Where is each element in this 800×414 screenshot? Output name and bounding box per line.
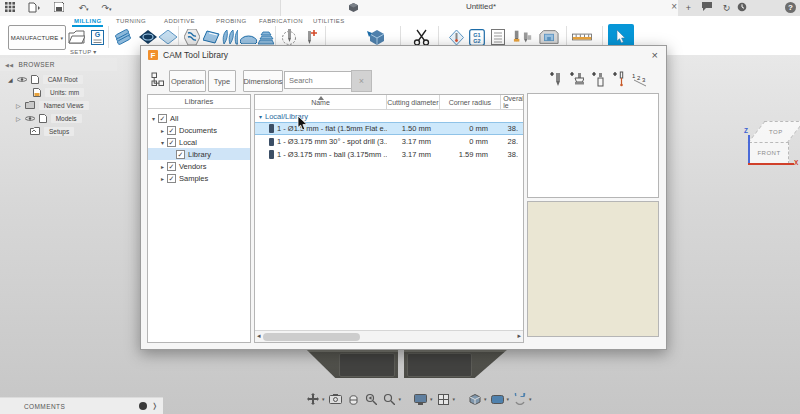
machine-library-icon[interactable] [539,27,559,47]
comment-bubble-icon[interactable] [702,2,715,14]
cut-scissors-icon[interactable] [412,27,432,47]
dome-morph-icon[interactable] [238,27,258,47]
library-node-local[interactable]: ▾ ✓ Local [148,136,250,148]
tab-milling[interactable]: MILLING [72,17,103,27]
checkbox-checked[interactable]: ✓ [167,138,176,147]
add-mill-tool-icon[interactable] [546,69,564,89]
adaptive-clearing-icon[interactable] [114,27,134,47]
chevron-down-icon[interactable]: ▾ [399,396,402,402]
pan-icon[interactable] [305,392,320,407]
inspect-probe-icon[interactable] [446,27,466,47]
new-drill-icon[interactable] [299,27,319,47]
collapsed-caret-icon[interactable]: ▷ [16,102,21,109]
collapsed-caret-icon[interactable]: ▸ [161,127,164,134]
browser-item-models[interactable]: ▷ Models [16,112,82,124]
libraries-header[interactable]: Libraries [148,95,250,109]
simulate-icon[interactable] [367,27,387,47]
clear-search-button[interactable]: × [351,70,372,92]
document-tab[interactable]: Untitled* × [280,0,682,16]
spiral-rotary-icon[interactable] [256,27,276,47]
scrollbar-thumb[interactable] [263,333,360,341]
measure-ruler-icon[interactable] [572,27,592,47]
expanded-caret-icon[interactable]: ◢ [8,76,13,83]
ramp-icon[interactable] [201,27,221,47]
browser-item-named-views[interactable]: ▷ Named Views [16,99,89,111]
chevron-down-icon[interactable]: ▾ [484,396,487,402]
chevron-down-icon[interactable]: ▾ [453,396,456,402]
library-node-documents[interactable]: ▸ ✓ Documents [148,124,250,136]
viewcube-front-face[interactable]: FRONT [749,142,789,164]
tab-fabrication[interactable]: FABRICATION [257,17,305,25]
filter-operation-button[interactable]: Operation [169,70,206,92]
scroll-left-icon[interactable]: ◂ [257,332,261,340]
look-at-icon[interactable] [364,392,379,407]
file-menu-icon[interactable] [28,2,41,14]
undo-icon[interactable]: ↶▾ [77,2,90,14]
collapsed-caret-icon[interactable]: ▷ [16,115,21,122]
display-settings-icon[interactable] [413,392,428,407]
browser-item-label[interactable]: Setups [44,127,74,136]
table-group-row[interactable]: ▾ Local/Library [255,110,523,122]
expanded-caret-icon[interactable]: ▾ [152,115,155,122]
model-body-left[interactable] [303,349,398,378]
save-icon[interactable] [54,2,67,14]
dialog-close-icon[interactable]: × [652,49,658,61]
table-row[interactable]: 1 - Ø3.175 mm 30° - spot drill (3... 3.1… [255,135,523,148]
tab-probing[interactable]: PROBING [214,17,248,25]
scroll-right-icon[interactable]: ▸ [517,332,521,340]
chevron-down-icon[interactable]: ▾ [529,396,532,402]
browser-item-setups[interactable]: Setups [30,125,74,137]
tree-view-toggle-icon[interactable] [151,72,166,87]
refresh-icon[interactable] [512,392,527,407]
flow-multiaxis-icon[interactable] [220,27,240,47]
checkbox-checked[interactable]: ✓ [167,126,176,135]
free-orbit-icon[interactable] [346,392,361,407]
chevron-down-icon[interactable]: ▾ [322,396,325,402]
visibility-eye-icon[interactable] [17,76,27,83]
browser-item-label[interactable]: Named Views [39,101,89,110]
tab-additive[interactable]: ADDITIVE [162,17,197,25]
close-tab-icon[interactable]: × [671,1,677,12]
browser-item-label[interactable]: CAM Root [43,75,83,84]
expanded-caret-icon[interactable]: ▾ [259,113,262,120]
new-tab-icon[interactable]: + [682,2,695,14]
drill-icon[interactable] [279,27,299,47]
browser-panel-header[interactable]: ◀◀ BROWSER [0,58,117,71]
steep-shallow-icon[interactable] [182,27,202,47]
table-row[interactable]: 1 - Ø3.175 mm - ball (3.175mm ... 3.17 m… [255,148,523,161]
sync-icon[interactable]: ↻ [720,2,733,14]
library-node-vendors[interactable]: ▸ ✓ Vendors [148,160,250,172]
column-header-cutting-diameter[interactable]: Cutting diameter [387,95,440,109]
pocket-2d-icon[interactable] [138,27,158,47]
expanded-caret-icon[interactable]: ▾ [161,139,164,146]
new-setup-folder-icon[interactable] [66,27,86,47]
add-probe-icon[interactable] [609,69,627,89]
library-node-all[interactable]: ▾ ✓ All [148,112,250,124]
filter-type-button[interactable]: Type [208,70,236,92]
checkbox-checked[interactable]: ✓ [167,174,176,183]
help-icon[interactable]: ? [785,2,796,13]
expand-comments-icon[interactable]: ❭ [152,402,158,410]
browser-item-units[interactable]: Units: mm [33,86,84,98]
collapsed-caret-icon[interactable]: ▸ [161,175,164,182]
post-process-icon[interactable]: G1G2 [467,27,487,47]
checkbox-checked[interactable]: ✓ [167,162,176,171]
zoom-window-icon[interactable] [328,392,343,407]
library-node-library-selected[interactable]: ✓ Library [148,148,250,160]
column-header-name[interactable]: Name [255,95,387,109]
dialog-titlebar[interactable]: F CAM Tool Library [141,46,666,64]
checkbox-checked[interactable]: ✓ [158,114,167,123]
collapse-panel-icon[interactable]: ◀◀ [5,62,14,68]
view-cube[interactable]: TOP FRONT Z X [744,117,800,173]
filter-dimensions-button[interactable]: Dimensions [243,70,283,92]
table-row-selected[interactable]: 1 - Ø1.5 mm - flat (1.5mm Flat e... 1.50… [255,122,523,135]
search-input[interactable] [284,71,356,89]
tool-library-ribbon-icon[interactable] [513,27,533,47]
horizontal-scrollbar[interactable]: ◂ ▸ [255,330,523,342]
visual-style-icon[interactable] [490,392,505,407]
setup-sheet-doc-icon[interactable] [488,27,508,47]
column-header-corner-radius[interactable]: Corner radius [440,95,502,109]
column-header-overall-length[interactable]: Overall le [501,95,523,109]
library-node-samples[interactable]: ▸ ✓ Samples [148,172,250,184]
grid-snaps-icon[interactable] [436,392,451,407]
